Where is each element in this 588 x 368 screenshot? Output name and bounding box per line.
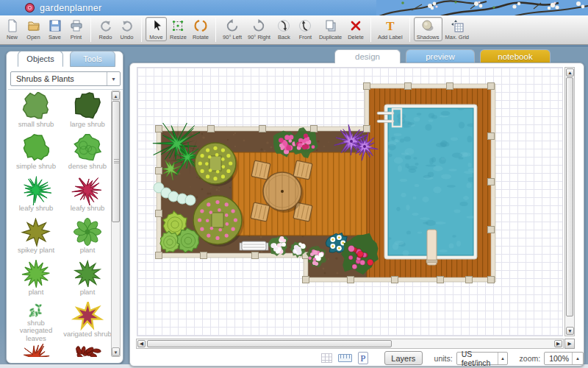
plant-library-item[interactable]	[10, 342, 62, 357]
toolbar-button-save[interactable]: Save	[44, 17, 65, 41]
plant-library-item-leafy-shrub[interactable]: leafy shrub	[62, 174, 113, 216]
zoom-dropdown[interactable]: 100% ▲	[544, 352, 584, 365]
toolbar-button-resize[interactable]: Resize	[167, 17, 190, 41]
toolbar-button-rotate[interactable]: Rotate	[190, 17, 212, 41]
shadows-icon	[420, 18, 435, 33]
toolbar-button-undo[interactable]: Undo	[116, 17, 137, 41]
toolbar-button-new[interactable]: New	[1, 17, 23, 41]
design-canvas[interactable]	[137, 67, 563, 336]
plant-library-item-large-shrub[interactable]: large shrub	[62, 91, 113, 132]
toolbar-button-add-label[interactable]: TAdd Label	[375, 17, 406, 41]
toolbar-button-label: Rotate	[193, 34, 209, 40]
toolbar-separator	[215, 18, 216, 42]
plant-label: large shrub	[70, 121, 105, 128]
zoom-label: zoom:	[520, 354, 541, 363]
print-icon	[69, 18, 84, 33]
plant-library-item-small-shrub[interactable]: small shrub	[10, 91, 62, 132]
toolbar-separator	[90, 18, 91, 42]
scroll-down-icon[interactable]: ▼	[566, 327, 574, 335]
plant-library-item-plant[interactable]: plant	[62, 216, 113, 258]
plant-label: spikey plant	[18, 247, 54, 254]
layers-button[interactable]: Layers	[384, 351, 423, 365]
scrollbar-thumb[interactable]	[566, 77, 573, 316]
toolbar-button-max-grid[interactable]: Max. Grid	[442, 17, 473, 41]
toolbar-button-label: Undo	[121, 34, 134, 40]
plant-library-item-plant[interactable]: plant	[62, 258, 113, 300]
scroll-corner-button[interactable]: ▶	[564, 339, 575, 349]
toolbar-button-front[interactable]: Front	[295, 17, 316, 41]
toolbar-button-delete[interactable]: Delete	[345, 17, 367, 41]
titlebar[interactable]: gardenplanner	[0, 0, 376, 15]
toolbar-button-rot-left[interactable]: 90° Left	[220, 17, 245, 41]
sidebar-tabs: Objects Tools	[7, 51, 123, 67]
toolbar-separator	[370, 18, 371, 42]
toolbar-button-shadows[interactable]: Shadows	[414, 17, 442, 41]
toolbar-button-open[interactable]: Open	[23, 17, 44, 41]
toolbar-separator	[141, 18, 142, 42]
plant-label: plant	[29, 289, 44, 296]
scroll-right-icon[interactable]: ▶	[554, 340, 562, 347]
undo-icon	[120, 18, 135, 33]
rot-right-icon	[251, 18, 266, 33]
plant-library-item-varigated-shrub[interactable]: varigated shrub	[62, 300, 113, 342]
scrollbar-thumb[interactable]	[147, 340, 392, 347]
garden-design[interactable]	[137, 68, 564, 337]
grid-icon	[321, 353, 332, 363]
plant-library-item-plant[interactable]: plant	[10, 258, 62, 300]
svg-text:T: T	[386, 19, 395, 33]
toolbar-button-back[interactable]: Back	[273, 17, 295, 41]
tab-notebook[interactable]: notebook	[480, 49, 551, 63]
canvas-horizontal-scrollbar[interactable]: ◀ ▶	[136, 339, 564, 349]
front-icon	[298, 18, 312, 33]
toolbar-button-label: Delete	[348, 34, 364, 40]
toolbar-separator	[409, 18, 410, 42]
move-icon	[149, 18, 164, 33]
toolbar-button-print[interactable]: Print	[65, 17, 87, 41]
scroll-left-icon[interactable]: ◀	[137, 340, 146, 347]
plant-label: shrub variegated leaves	[10, 319, 62, 342]
plant-library-item-leafy-shrub[interactable]: leafy shrub	[10, 174, 62, 216]
canvas-vertical-scrollbar[interactable]: ▲ ▼	[564, 67, 575, 336]
plant-library-list: small shrublarge shrubsimple shrubdense …	[10, 91, 113, 357]
scrollbar-thumb[interactable]	[112, 101, 120, 222]
plant-library-item[interactable]	[62, 342, 113, 357]
units-label: units:	[434, 354, 453, 363]
scroll-up-icon[interactable]: ▲	[566, 68, 574, 77]
plant-library-item-spikey-plant[interactable]: spikey plant	[10, 216, 62, 258]
garden-object-flowers[interactable]	[268, 236, 288, 256]
plant-label: varigated shrub	[63, 330, 111, 338]
toolbar-button-label: Back	[278, 34, 290, 40]
plant-label: leafy shrub	[19, 205, 53, 212]
tab-preview[interactable]: preview	[406, 49, 475, 63]
toolbar-button-redo[interactable]: Redo	[95, 17, 116, 41]
toolbar-button-duplicate[interactable]: Duplicate	[316, 17, 345, 41]
tab-design[interactable]: design	[334, 49, 401, 63]
units-value: US feet/inch	[457, 350, 498, 367]
scroll-down-icon[interactable]: ▼	[112, 347, 120, 356]
ruler-icon	[338, 354, 352, 362]
toolbar-button-move[interactable]: Move	[146, 17, 167, 41]
scroll-up-icon[interactable]: ▲	[112, 91, 120, 100]
tab-tools[interactable]: Tools	[70, 51, 115, 67]
category-dropdown[interactable]: Shrubs & Plants ▼	[10, 71, 121, 86]
open-icon	[26, 18, 41, 33]
plant-library-item-simple-shrub[interactable]: simple shrub	[10, 132, 62, 174]
plant-library-item-dense-shrub[interactable]: dense shrub	[62, 132, 113, 174]
toolbar-button-rot-right[interactable]: 90° Right	[245, 17, 273, 41]
garden-object-bench[interactable]	[240, 241, 268, 250]
toggle-ruler-button[interactable]	[338, 353, 352, 364]
sidebar-scrollbar[interactable]: ▲ ▼	[111, 91, 121, 357]
toolbar: NewOpenSavePrintRedoUndoMoveResizeRotate…	[0, 15, 588, 45]
toolbar-button-label: Save	[49, 34, 61, 40]
divider	[8, 89, 123, 90]
toolbar-button-label: 90° Right	[248, 34, 270, 40]
print-preview-button[interactable]: P	[358, 352, 368, 364]
plant-label: leafy shrub	[71, 205, 104, 212]
chevron-up-icon: ▲	[572, 353, 583, 364]
duplicate-icon	[323, 18, 338, 33]
plant-library-item-shrub-variegated-leaves[interactable]: shrub variegated leaves	[10, 300, 62, 342]
units-dropdown[interactable]: US feet/inch ▲	[456, 352, 508, 365]
toggle-grid-button[interactable]	[321, 353, 332, 364]
tab-objects[interactable]: Objects	[18, 51, 63, 67]
sidebar-panel: Objects Tools Shrubs & Plants ▼ small sh…	[6, 51, 123, 364]
